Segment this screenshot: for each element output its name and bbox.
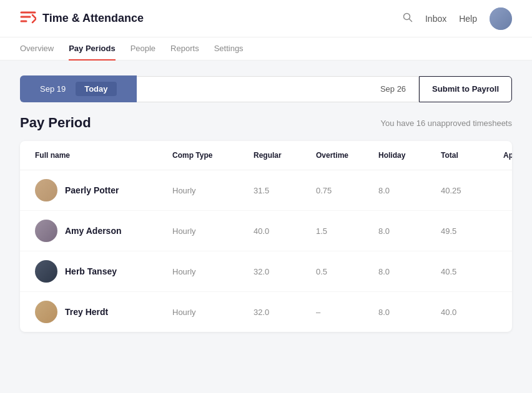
tab-settings[interactable]: Settings <box>214 37 244 61</box>
app-title: Time & Attendance <box>42 12 144 25</box>
col-header-regular: Regular <box>254 151 316 160</box>
logo-icon <box>20 10 36 27</box>
svg-line-1 <box>409 19 411 21</box>
today-label: Today <box>76 82 116 96</box>
person-name: Paerly Potter <box>65 185 119 195</box>
col-header-approve: Approve <box>503 151 512 160</box>
start-date-label: Sep 19 <box>40 84 66 94</box>
table-header: Full name Comp Type Regular Overtime Hol… <box>20 141 512 170</box>
col-header-overtime: Overtime <box>316 151 378 160</box>
approve-check-icon[interactable] <box>503 225 512 237</box>
person-name: Trey Herdt <box>65 307 108 317</box>
main-content: Sep 19 Today Sep 26 Submit to Payroll Pa… <box>0 61 532 393</box>
pay-period-title: Pay Period <box>20 115 91 131</box>
person-cell: Amy Aderson <box>35 220 172 242</box>
col-header-fullname: Full name <box>35 151 172 160</box>
holiday-cell: 8.0 <box>378 226 441 236</box>
comp-type-cell: Hourly <box>172 267 254 276</box>
person-name: Amy Aderson <box>65 226 122 236</box>
avatar <box>35 260 57 283</box>
avatar <box>35 301 57 323</box>
holiday-cell: 8.0 <box>378 267 441 276</box>
end-date-label: Sep 26 <box>368 76 419 102</box>
tab-pay-periods[interactable]: Pay Periods <box>69 37 115 61</box>
inbox-link[interactable]: Inbox <box>425 14 446 24</box>
total-cell: 40.25 <box>441 186 503 195</box>
table-row: Paerly Potter Hourly 31.5 0.75 8.0 40.25 <box>20 170 512 211</box>
comp-type-cell: Hourly <box>172 226 254 236</box>
regular-cell: 32.0 <box>254 308 316 317</box>
col-header-total: Total <box>441 151 503 160</box>
overtime-cell: 0.5 <box>316 267 378 276</box>
date-range-start[interactable]: Sep 19 Today <box>20 75 137 102</box>
overtime-cell: 0.75 <box>316 186 378 195</box>
user-avatar[interactable] <box>490 7 512 30</box>
timesheet-table: Full name Comp Type Regular Overtime Hol… <box>20 141 512 332</box>
tab-people[interactable]: People <box>131 37 155 61</box>
tab-reports[interactable]: Reports <box>170 37 199 61</box>
help-link[interactable]: Help <box>459 14 477 24</box>
avatar <box>35 220 57 242</box>
table-row: Amy Aderson Hourly 40.0 1.5 8.0 49.5 <box>20 211 512 251</box>
col-header-comp-type: Comp Type <box>172 151 254 160</box>
person-name: Herb Tansey <box>65 266 117 276</box>
search-icon[interactable] <box>403 12 413 25</box>
date-range-middle <box>137 76 368 102</box>
table-row: Herb Tansey Hourly 32.0 0.5 8.0 40.5 <box>20 251 512 292</box>
total-cell: 40.5 <box>441 267 503 276</box>
approve-check-icon[interactable] <box>503 265 512 278</box>
comp-type-cell: Hourly <box>172 308 254 317</box>
table-row: Trey Herdt Hourly 32.0 – 8.0 40.0 <box>20 292 512 332</box>
submit-to-payroll-button[interactable]: Submit to Payroll <box>419 76 512 102</box>
person-cell: Trey Herdt <box>35 301 172 323</box>
tab-overview[interactable]: Overview <box>20 37 54 61</box>
overtime-cell: – <box>316 308 378 317</box>
pay-period-header: Pay Period You have 16 unapproved timesh… <box>20 115 512 131</box>
holiday-cell: 8.0 <box>378 186 441 195</box>
date-range-bar: Sep 19 Today Sep 26 Submit to Payroll <box>20 75 512 102</box>
regular-cell: 32.0 <box>254 267 316 276</box>
table-body: Paerly Potter Hourly 31.5 0.75 8.0 40.25… <box>20 170 512 332</box>
regular-cell: 40.0 <box>254 226 316 236</box>
logo-area: Time & Attendance <box>20 10 144 27</box>
total-cell: 40.0 <box>441 308 503 317</box>
approve-check-icon[interactable] <box>503 306 512 318</box>
person-cell: Herb Tansey <box>35 260 172 283</box>
nav-tabs: Overview Pay Periods People Reports Sett… <box>0 37 532 61</box>
approve-check-icon[interactable] <box>503 184 512 196</box>
regular-cell: 31.5 <box>254 186 316 195</box>
app-header: Time & Attendance Inbox Help <box>0 0 532 37</box>
person-cell: Paerly Potter <box>35 179 172 201</box>
holiday-cell: 8.0 <box>378 308 441 317</box>
unapproved-notice: You have 16 unapproved timesheets <box>380 119 512 128</box>
header-actions: Inbox Help <box>403 7 512 30</box>
comp-type-cell: Hourly <box>172 186 254 195</box>
overtime-cell: 1.5 <box>316 226 378 236</box>
col-header-holiday: Holiday <box>378 151 441 160</box>
total-cell: 49.5 <box>441 226 503 236</box>
avatar <box>35 179 57 201</box>
